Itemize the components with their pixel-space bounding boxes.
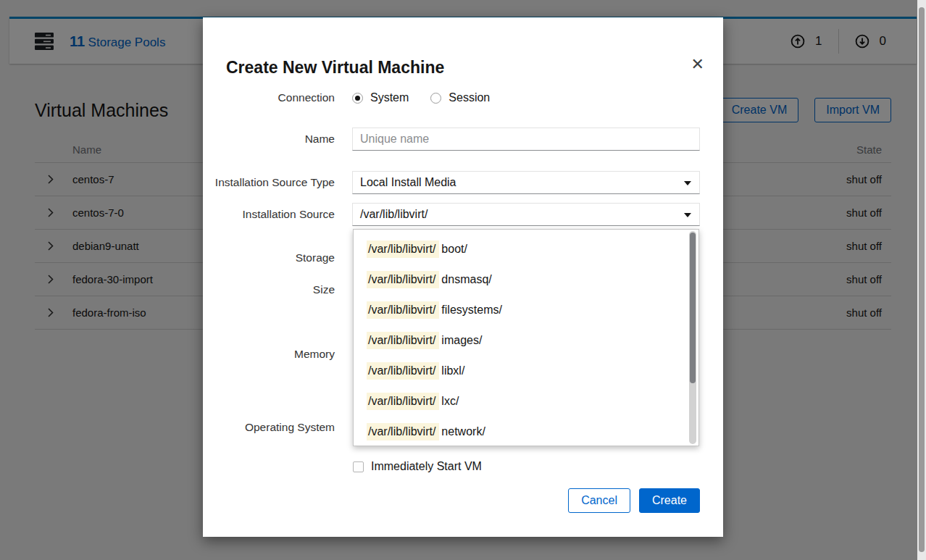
autocomplete-item[interactable]: /var/lib/libvirt/lxc/ — [354, 386, 698, 417]
dropdown-scrollbar[interactable] — [689, 231, 696, 444]
name-label: Name — [203, 128, 335, 151]
autocomplete-item[interactable]: /var/lib/libvirt/dnsmasq/ — [354, 264, 698, 295]
source-combobox[interactable]: /var/lib/libvirt/ — [352, 203, 700, 226]
start-vm-option[interactable]: Immediately Start VM — [353, 460, 482, 473]
autocomplete-item[interactable]: /var/lib/libvirt/network/ — [354, 417, 698, 446]
source-value: /var/lib/libvirt/ — [360, 208, 427, 221]
close-icon[interactable]: ✕ — [691, 57, 704, 72]
vm-name-input[interactable] — [352, 128, 700, 151]
autocomplete-item[interactable]: /var/lib/libvirt/boot/ — [354, 234, 698, 264]
dropdown-scrollbar-thumb[interactable] — [690, 233, 696, 383]
radio-session[interactable]: Session — [430, 91, 490, 104]
create-vm-dialog: Create New Virtual Machine ✕ Connection … — [203, 17, 723, 537]
page-scrollbar[interactable] — [917, 0, 926, 560]
source-label: Installation Source — [203, 203, 335, 226]
source-autocomplete-menu: /var/lib/libvirt/boot//var/lib/libvirt/d… — [353, 229, 699, 446]
page-scrollbar-thumb[interactable] — [919, 7, 925, 552]
source-type-select[interactable]: Local Install Media — [352, 171, 700, 194]
memory-label: Memory — [203, 343, 335, 366]
autocomplete-item[interactable]: /var/lib/libvirt/images/ — [354, 325, 698, 356]
source-type-value: Local Install Media — [360, 176, 456, 189]
radio-system-circle-icon[interactable] — [352, 93, 363, 104]
autocomplete-item[interactable]: /var/lib/libvirt/filesystems/ — [354, 295, 698, 325]
radio-session-label: Session — [449, 91, 490, 104]
autocomplete-item[interactable]: /var/lib/libvirt/libxl/ — [354, 356, 698, 386]
radio-system[interactable]: System — [352, 91, 409, 104]
create-button[interactable]: Create — [639, 488, 700, 513]
connection-field: System Session — [352, 86, 700, 109]
storage-label: Storage — [203, 246, 335, 269]
connection-label: Connection — [203, 86, 335, 109]
source-type-label: Installation Source Type — [203, 171, 335, 194]
chevron-down-icon — [684, 213, 691, 217]
radio-system-label: System — [370, 91, 409, 104]
start-vm-label: Immediately Start VM — [371, 460, 482, 473]
size-label: Size — [203, 278, 335, 301]
dialog-title: Create New Virtual Machine — [226, 58, 444, 78]
checkbox-icon[interactable] — [353, 461, 364, 472]
dialog-footer: Cancel Create — [568, 488, 700, 513]
radio-session-circle-icon[interactable] — [430, 93, 441, 104]
operating-system-label: Operating System — [203, 416, 335, 439]
chevron-down-icon — [684, 181, 691, 185]
cancel-button[interactable]: Cancel — [568, 488, 630, 513]
